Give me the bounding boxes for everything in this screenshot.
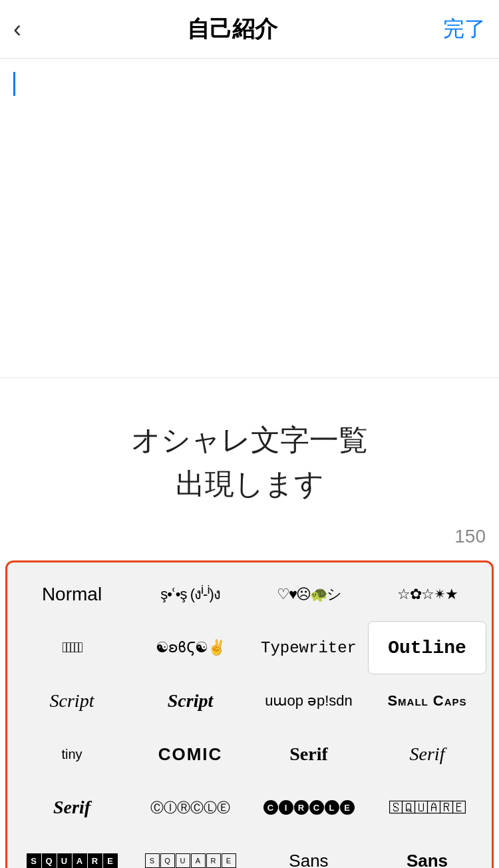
font-cell-square-outline[interactable]: SQUARE — [131, 834, 250, 868]
font-cell-sans-bold[interactable]: Sans — [368, 834, 486, 868]
font-cell-serif-italic[interactable]: Serif — [368, 728, 486, 781]
font-cell-square-open[interactable]: 🅂🅀🅄🄰🅁🄴 — [368, 781, 486, 834]
font-label-emoji1: ♡♥☹🐢シ — [277, 584, 341, 604]
font-label-comic: COMIC — [158, 744, 223, 765]
font-cell-circle-open[interactable]: ⒸⒾⓇⒸⓁⒺ — [131, 781, 250, 834]
font-cell-sans[interactable]: Sans — [250, 834, 368, 868]
font-grid: Normal ş•ʿ•ş (งi-i)ง ♡♥☹🐢シ ☆✿☆✴★ 𓅂𓃠𓀀𓀗𓂀 ☯… — [13, 568, 486, 868]
font-label-normal: Normal — [42, 584, 102, 605]
font-label-square-filled: SQUARE — [27, 853, 118, 868]
font-cell-swirl[interactable]: ☯ʚϐϚ☯✌ — [131, 621, 250, 674]
font-cell-script-light[interactable]: Script — [13, 674, 131, 728]
font-panel: Normal ş•ʿ•ş (งi-i)ง ♡♥☹🐢シ ☆✿☆✴★ 𓅂𓃠𓀀𓀗𓂀 ☯… — [5, 560, 494, 868]
font-cell-outline[interactable]: Outline — [368, 621, 486, 674]
font-label-symbols1: ş•ʿ•ş (งi-i)ง — [160, 582, 220, 606]
font-label-square-outline: SQUARE — [145, 853, 236, 868]
font-cell-comic[interactable]: COMIC — [131, 728, 250, 781]
font-label-circle-filled: CIRCLE — [263, 800, 355, 815]
font-cell-script-bold[interactable]: Script — [131, 674, 250, 728]
font-label-stars: ☆✿☆✴★ — [397, 586, 458, 603]
hint-line1: オシャレ文字一覧 — [131, 418, 368, 462]
font-label-serif-normal: Serif — [289, 744, 328, 765]
font-cell-typewriter[interactable]: Typewriter — [250, 621, 368, 674]
font-cell-circle-filled[interactable]: CIRCLE — [250, 781, 368, 834]
font-label-swirl: ☯ʚϐϚ☯✌ — [156, 639, 225, 656]
font-cell-symbols1[interactable]: ş•ʿ•ş (งi-i)ง — [131, 568, 250, 621]
font-cell-serif-bold-italic[interactable]: Serif — [13, 781, 131, 834]
font-label-script-bold: Script — [168, 690, 213, 712]
font-label-smallcaps: Small Caps — [387, 692, 466, 710]
text-cursor — [13, 72, 15, 96]
hint-container: オシャレ文字一覧 出現します — [0, 378, 499, 519]
font-cell-smallcaps[interactable]: Small Caps — [368, 674, 486, 728]
char-count-area: 150 — [0, 519, 499, 554]
back-button[interactable]: ‹ — [13, 17, 21, 41]
font-cell-tiny[interactable]: tiny — [13, 728, 131, 781]
font-cell-serif-normal[interactable]: Serif — [250, 728, 368, 781]
font-label-upsidedown: uɯop ǝp!sdn — [265, 692, 353, 710]
font-cell-normal[interactable]: Normal — [13, 568, 131, 621]
nav-bar: ‹ 自己紹介 完了 — [0, 0, 499, 59]
font-cell-hiero[interactable]: 𓅂𓃠𓀀𓀗𓂀 — [13, 621, 131, 674]
text-input-area[interactable] — [0, 59, 499, 378]
font-label-typewriter: Typewriter — [261, 639, 357, 657]
done-button[interactable]: 完了 — [443, 15, 486, 44]
font-label-sans-bold: Sans — [407, 851, 448, 869]
font-cell-stars[interactable]: ☆✿☆✴★ — [368, 568, 486, 621]
font-cell-square-filled[interactable]: SQUARE — [13, 834, 131, 868]
char-count: 150 — [454, 526, 486, 547]
nav-title: 自己紹介 — [187, 14, 277, 45]
font-label-serif-italic: Serif — [410, 744, 445, 765]
font-label-serif-bold-italic: Serif — [53, 797, 90, 818]
font-label-circle-open: ⒸⒾⓇⒸⓁⒺ — [150, 799, 230, 817]
font-label-outline: Outline — [388, 638, 466, 658]
font-label-script-light: Script — [50, 690, 94, 712]
font-cell-emoji1[interactable]: ♡♥☹🐢シ — [250, 568, 368, 621]
font-label-hiero: 𓅂𓃠𓀀𓀗𓂀 — [62, 639, 82, 656]
font-cell-upsidedown[interactable]: uɯop ǝp!sdn — [250, 674, 368, 728]
font-label-square-open: 🅂🅀🅄🄰🅁🄴 — [389, 800, 465, 815]
hint-line2: 出現します — [176, 462, 324, 506]
font-label-sans: Sans — [289, 851, 328, 869]
font-label-tiny: tiny — [61, 747, 82, 762]
